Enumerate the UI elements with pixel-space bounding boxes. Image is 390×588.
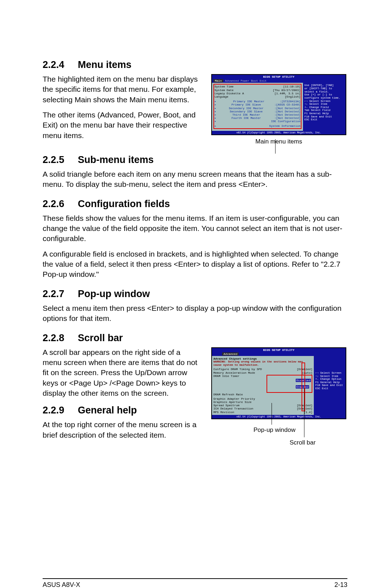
para-228: A scroll bar appears on the right side o… <box>43 347 202 399</box>
secno: 2.2.4 <box>43 59 75 70</box>
main-items-highlight: System Time[11:10:19] System Date[Thu 03… <box>213 84 302 129</box>
fig1-caption: Main menu items <box>210 138 347 145</box>
figure-popup-scroll: BIOS SETUP UTILITY Main Advanced Advance… <box>210 347 347 448</box>
bios-help-pane: Use [ENTER], [TAB] or [SHIFT-TAB] to sel… <box>303 83 346 130</box>
bios-menubar: Main Advanced Power Boot Exit <box>212 79 346 83</box>
heading-229: 2.2.9 General help <box>43 405 202 416</box>
footer-left: ASUS A8V-X <box>43 581 80 588</box>
para-226b: A configurable field is enclosed in brac… <box>43 249 347 280</box>
scrollbar-highlight <box>302 362 305 411</box>
heading-227: 2.2.7 Pop-up window <box>43 288 347 300</box>
para-224b: The other items (Advanced, Power, Boot, … <box>43 110 202 141</box>
sectitle: Menu items <box>78 59 132 70</box>
heading-228: 2.2.8 Scroll bar <box>43 332 347 344</box>
fig2-caption-popup: Pop-up window <box>254 426 295 434</box>
heading-226: 2.2.6 Configuration fields <box>43 198 347 210</box>
heading-225: 2.2.5 Sub-menu items <box>43 154 347 166</box>
page: 2.2.4 Menu items The highlighted item on… <box>0 0 390 588</box>
para-226a: These fields show the values for the men… <box>43 213 347 244</box>
heading-224: 2.2.4 Menu items <box>43 59 347 70</box>
para-225: A solid triangle before each item on any… <box>43 169 347 190</box>
figure-main-menu: BIOS SETUP UTILITY Main Advanced Power B… <box>210 74 347 145</box>
para-224a: The highlighted item on the menu bar dis… <box>43 74 202 105</box>
fig2-caption-scroll: Scroll bar <box>290 439 316 446</box>
footer-right: 2-13 <box>334 581 347 588</box>
para-227: Select a menu item then press <Enter> to… <box>43 303 347 324</box>
popup-window: Disabled Enabled <box>266 375 312 393</box>
bios-help-pane: ←→ Select Screen ↑↓ Select Item +- Chang… <box>314 356 346 415</box>
bios-footer: v02.54 (C)Copyright 1985-2003, American … <box>212 131 346 134</box>
para-229: At the top right corner of the menu scre… <box>43 420 202 440</box>
bios-title: BIOS SETUP UTILITY <box>212 75 346 79</box>
page-footer: ASUS A8V-X 2-13 <box>43 578 347 588</box>
